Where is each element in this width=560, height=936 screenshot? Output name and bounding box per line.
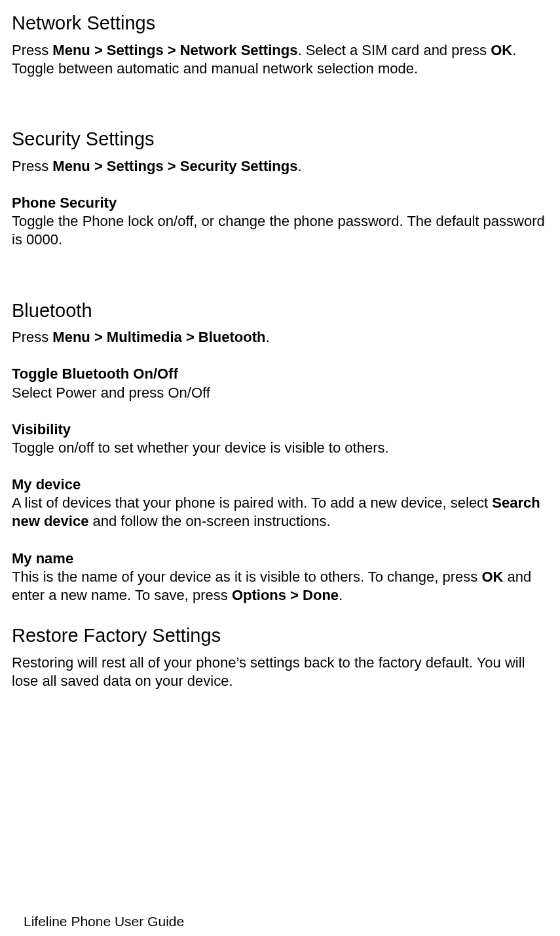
visibility-subheading: Visibility bbox=[12, 421, 548, 439]
text-pre: Press bbox=[12, 329, 52, 345]
security-settings-body: Press Menu > Settings > Security Setting… bbox=[12, 157, 548, 176]
text-post: and follow the on-screen instructions. bbox=[88, 513, 330, 529]
toggle-bluetooth-body: Select Power and press On/Off bbox=[12, 384, 548, 402]
phone-security-subheading: Phone Security bbox=[12, 194, 548, 212]
text-bold: Menu > Settings > Security Settings bbox=[52, 158, 297, 174]
phone-security-body: Toggle the Phone lock on/off, or change … bbox=[12, 212, 548, 249]
text-bold: Menu > Multimedia > Bluetooth bbox=[52, 329, 265, 345]
text-pre: This is the name of your device as it is… bbox=[12, 569, 481, 585]
text-mid: . Select a SIM card and press bbox=[297, 42, 491, 58]
visibility-body: Toggle on/off to set whether your device… bbox=[12, 439, 548, 457]
restore-factory-body: Restoring will rest all of your phone’s … bbox=[12, 654, 548, 690]
text-post: . bbox=[265, 329, 269, 345]
bluetooth-body: Press Menu > Multimedia > Bluetooth. bbox=[12, 328, 548, 346]
text-pre: A list of devices that your phone is pai… bbox=[12, 495, 492, 511]
text-bold: Options > Done bbox=[232, 587, 339, 603]
my-device-body: A list of devices that your phone is pai… bbox=[12, 494, 548, 531]
network-settings-body: Press Menu > Settings > Network Settings… bbox=[12, 41, 548, 78]
network-settings-heading: Network Settings bbox=[12, 12, 548, 35]
my-name-subheading: My name bbox=[12, 550, 548, 568]
footer-text: Lifeline Phone User Guide bbox=[24, 914, 184, 929]
text-bold: OK bbox=[491, 42, 512, 58]
text-post: . bbox=[339, 587, 343, 603]
bluetooth-heading: Bluetooth bbox=[12, 299, 548, 322]
my-device-subheading: My device bbox=[12, 476, 548, 494]
restore-factory-heading: Restore Factory Settings bbox=[12, 624, 548, 647]
toggle-bluetooth-subheading: Toggle Bluetooth On/Off bbox=[12, 365, 548, 383]
my-name-body: This is the name of your device as it is… bbox=[12, 568, 548, 605]
text-pre: Press bbox=[12, 42, 52, 58]
text-pre: Press bbox=[12, 158, 52, 174]
text-post: . bbox=[297, 158, 301, 174]
text-bold: OK bbox=[481, 569, 503, 585]
security-settings-heading: Security Settings bbox=[12, 128, 548, 151]
text-bold: Menu > Settings > Network Settings bbox=[52, 42, 297, 58]
